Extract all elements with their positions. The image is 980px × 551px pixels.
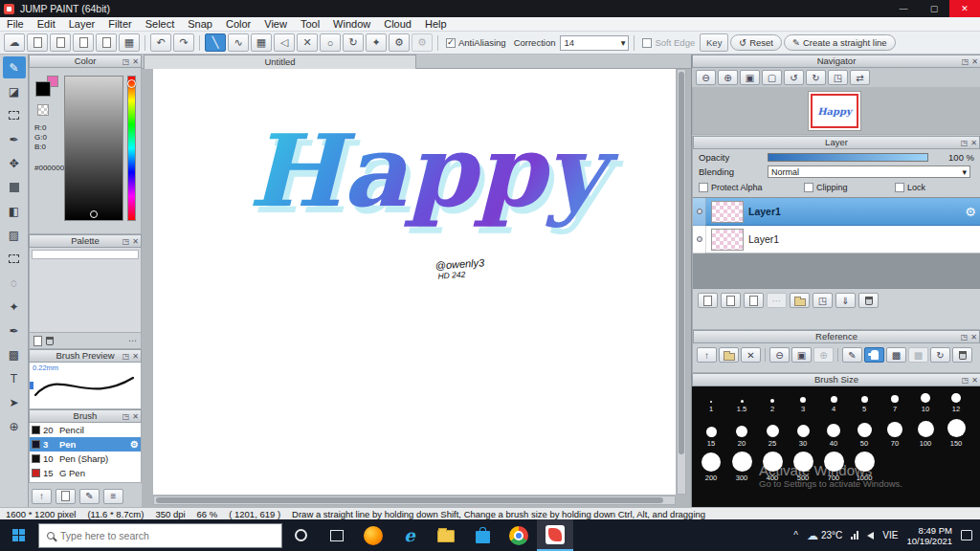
popout-icon[interactable]: ◳ [961,139,969,147]
correction-dropdown[interactable]: 14▾ [560,35,629,51]
document-tab[interactable]: Untitled [144,55,416,69]
merge-layer-button[interactable]: ⇓ [835,293,856,308]
reference-open-folder-icon[interactable] [719,347,739,363]
blending-dropdown[interactable]: Normal▾ [768,165,970,178]
grid-tool-icon[interactable]: ▦ [251,33,272,52]
reference-delete-icon[interactable] [952,347,972,363]
move-tool[interactable]: ✥ [3,152,26,174]
brush-size-option-1.5[interactable]: 1.5 [726,388,757,413]
tray-expand-icon[interactable]: ^ [793,530,798,540]
vertical-scrollbar[interactable] [677,69,686,495]
volume-icon[interactable] [867,532,874,540]
reference-up-icon[interactable]: ↑ [697,347,717,363]
opacity-slider[interactable] [768,153,928,162]
protect-alpha-checkbox[interactable]: Protect Alpha [699,183,804,192]
flip-view-icon[interactable]: ⇄ [850,70,870,85]
key-button[interactable]: Key [700,33,728,52]
brush-size-option-7[interactable]: 7 [880,388,910,413]
duplicate-layer-button[interactable] [721,293,741,308]
search-input[interactable] [60,530,252,541]
settings-gear-icon[interactable]: ⚙ [389,33,410,52]
menu-cloud[interactable]: Cloud [377,17,418,32]
brush-size-option-500[interactable]: 500 [788,448,818,482]
layer-thumbnail[interactable] [711,229,744,251]
marquee-tool[interactable] [3,248,26,270]
fill-tool[interactable]: ◧ [3,200,26,222]
wand-tool-icon[interactable]: ✦ [366,33,387,52]
actual-size-icon[interactable]: ▢ [762,70,782,85]
straight-line-tool-icon[interactable]: ╲ [205,33,226,52]
layer-more-button[interactable]: ⋯ [767,293,787,308]
soft-edge-checkbox[interactable]: Soft Edge [642,37,695,48]
menu-edit[interactable]: Edit [31,17,62,32]
upload-brush-button[interactable]: ↑ [32,489,52,504]
close-icon[interactable]: ✕ [132,237,139,246]
menu-view[interactable]: View [257,17,294,32]
hue-marker[interactable] [127,79,136,88]
network-icon[interactable] [851,531,858,540]
reference-close-icon[interactable]: ✕ [741,347,761,363]
select-pen-tool[interactable]: ✒ [3,320,26,342]
popout-icon[interactable]: ◳ [122,237,130,246]
hue-bar[interactable] [127,76,136,221]
palette-selected-row[interactable] [32,250,139,259]
horizontal-scrollbar-thumb[interactable] [156,497,663,503]
new-palette-icon[interactable] [33,336,42,346]
sv-marker[interactable] [90,210,98,218]
close-icon[interactable]: ✕ [132,412,139,421]
operation-tool[interactable]: ➤ [3,391,26,413]
publish-icon[interactable] [73,33,94,52]
select-rect-tool[interactable] [3,104,26,126]
reference-zoom-in-icon[interactable]: ⊕ [813,347,834,363]
menu-help[interactable]: Help [418,17,454,32]
brush-size-option-2[interactable]: 2 [757,388,788,413]
popout-icon[interactable]: ◳ [122,412,130,421]
popout-icon[interactable]: ◳ [122,57,130,66]
brush-size-option-200[interactable]: 200 [696,448,726,482]
menu-window[interactable]: Window [326,17,377,32]
transparent-color-swatch[interactable] [37,104,49,116]
saturation-value-box[interactable] [64,76,123,221]
brush-settings-gear-icon[interactable]: ⚙ [130,439,139,450]
brush-size-option-40[interactable]: 40 [818,413,849,448]
stamp-tool[interactable]: ▩ [3,343,26,365]
brush-item-g-pen[interactable]: 15 G Pen [30,466,141,480]
cortana-button[interactable] [282,519,319,551]
reset-view-icon[interactable]: ◳ [828,70,848,85]
eraser-tool[interactable]: ◪ [3,80,26,102]
brush-size-option-1[interactable]: 1 [696,388,726,413]
antialiasing-checkbox[interactable]: AntiAliasing [446,37,506,48]
brush-size-option-300[interactable]: 300 [726,448,757,482]
popout-icon[interactable]: ◳ [122,352,130,361]
reference-eyedropper-icon[interactable]: ✎ [842,347,862,363]
zoom-tool[interactable]: ⊕ [3,415,26,437]
brush-size-option-5[interactable]: 5 [849,388,880,413]
cross-tool-icon[interactable]: ✕ [297,33,318,52]
brush-item-pen-sharp[interactable]: 10 Pen (Sharp) [30,452,141,466]
reference-checker2-icon[interactable]: ▩ [908,347,928,363]
pen-tool[interactable]: ✎ [3,56,26,78]
layer-visibility-toggle[interactable] [693,226,706,253]
brush-size-option-20[interactable]: 20 [726,413,757,448]
reference-zoom-out-icon[interactable]: ⊖ [769,347,790,363]
lock-checkbox[interactable]: Lock [895,183,925,192]
layer-row[interactable]: Layer1 [693,226,980,253]
brush-size-option-100[interactable]: 100 [910,413,941,448]
rotate-ccw-icon[interactable]: ↺ [784,70,804,85]
navigator-thumbnail[interactable]: Happy [808,91,861,131]
layer-folder-button[interactable] [790,293,810,308]
brush-size-option-30[interactable]: 30 [788,413,818,448]
fit-view-icon[interactable]: ▣ [740,70,760,85]
layer-visibility-toggle[interactable] [693,198,706,226]
brush-size-option-150[interactable]: 150 [941,413,971,448]
clock[interactable]: 8:49 PM 10/19/2021 [906,525,952,546]
popout-icon[interactable]: ◳ [961,333,969,342]
close-icon[interactable]: ✕ [132,57,139,66]
clipping-checkbox[interactable]: Clipping [804,183,895,192]
vertical-scrollbar-thumb[interactable] [679,72,684,454]
menu-snap[interactable]: Snap [181,17,219,32]
delete-palette-icon[interactable] [46,337,54,345]
import-layer-button[interactable] [744,293,764,308]
menu-filter[interactable]: Filter [101,17,138,32]
reference-rotate-icon[interactable]: ↻ [930,347,950,363]
